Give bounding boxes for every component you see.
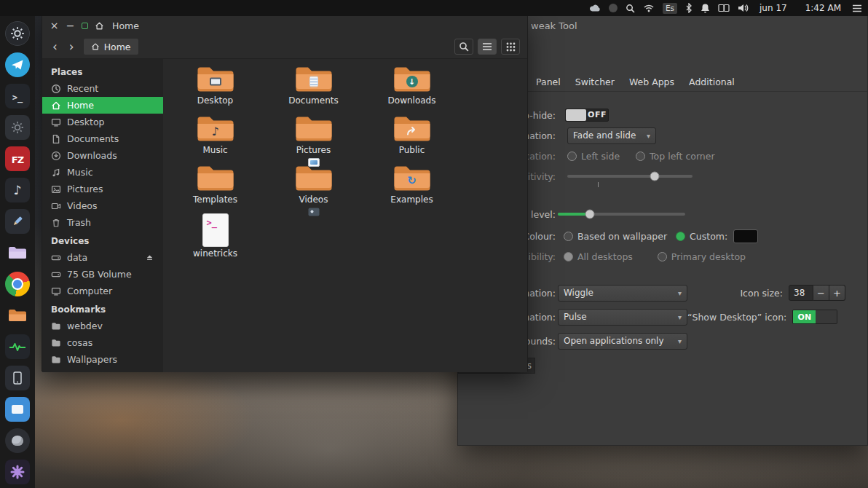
panel-time[interactable]: 1:42 AM — [805, 3, 841, 13]
sidebar-item-label: Recent — [67, 83, 98, 94]
wifi-icon[interactable] — [643, 4, 655, 12]
icon-size-value[interactable]: 38 — [789, 285, 813, 301]
weather-cloud-icon[interactable] — [589, 4, 601, 12]
folder-item-templates[interactable]: Templates — [166, 164, 264, 213]
sidebar-item-videos[interactable]: Videos — [42, 197, 163, 214]
level-slider[interactable] — [558, 209, 685, 219]
dock-item-extensions[interactable] — [5, 460, 30, 484]
file-item-winetricks[interactable]: winetricks — [166, 213, 264, 263]
sidebar-item-cosas[interactable]: cosas — [42, 334, 163, 351]
tray-app-icon[interactable] — [609, 4, 618, 12]
sensitivity-slider[interactable] — [567, 171, 693, 181]
sidebar-item-downloads[interactable]: Downloads — [42, 147, 163, 164]
dock-item-system-monitor[interactable] — [5, 334, 30, 359]
forward-button[interactable] — [66, 41, 77, 53]
sidebar-item-recent[interactable]: Recent — [42, 80, 163, 97]
folder-item-public[interactable]: Public — [363, 114, 461, 164]
dropdown-value: Fade and slide — [573, 130, 636, 141]
folder-item-videos[interactable]: Videos — [264, 164, 363, 213]
icon-size-increase-button[interactable]: + — [829, 285, 845, 301]
search-icon[interactable] — [626, 4, 635, 13]
eject-icon[interactable] — [145, 253, 154, 262]
folder-item-documents[interactable]: Documents — [264, 65, 363, 114]
sidebar-item-data[interactable]: data — [42, 249, 163, 266]
filezilla-icon — [12, 152, 23, 166]
fm-titlebar[interactable]: × − Home — [42, 16, 527, 35]
left-side-radio[interactable] — [567, 151, 577, 161]
folder-label: Music — [202, 145, 227, 155]
tab-web-apps[interactable]: Web Apps — [629, 76, 674, 87]
backgrounds-dropdown[interactable]: Open applications only — [558, 333, 687, 350]
purple-folder-icon — [8, 245, 27, 260]
tab-panel[interactable]: Panel — [536, 76, 561, 87]
folder-item-desktop[interactable]: Desktop — [166, 65, 264, 114]
sidebar-item-trash[interactable]: Trash — [42, 214, 163, 231]
all-desktops-radio[interactable] — [564, 252, 573, 261]
bluetooth-icon[interactable] — [685, 3, 693, 13]
back-button[interactable] — [50, 41, 60, 53]
tab-additional[interactable]: Additional — [689, 76, 735, 87]
hover-animation-dropdown[interactable]: Wiggle — [558, 285, 687, 302]
sidebar-item-computer[interactable]: Computer — [42, 283, 163, 299]
dock-item-text-editor[interactable] — [5, 209, 30, 234]
folder-icon — [197, 164, 234, 193]
minimize-button[interactable]: − — [66, 20, 75, 31]
maximize-button[interactable] — [82, 23, 88, 29]
based-on-wallpaper-radio[interactable] — [564, 232, 573, 241]
dock-item-documents[interactable] — [5, 240, 30, 265]
keyboard-layout-indicator[interactable]: Es — [663, 3, 677, 14]
sidebar-item-home[interactable]: Home — [42, 97, 163, 114]
slider-handle[interactable] — [650, 172, 660, 181]
breadcrumb[interactable]: Home — [83, 38, 139, 55]
dock-item-settings[interactable] — [5, 21, 30, 46]
slider-handle[interactable] — [585, 210, 595, 219]
sidebar-item-music[interactable]: Music — [42, 164, 163, 181]
sidebar-item-documents[interactable]: Documents — [42, 130, 163, 147]
dock-item-telegram[interactable] — [5, 52, 30, 77]
icon-size-decrease-button[interactable]: − — [813, 285, 829, 301]
sidebar-item-75gb-volume[interactable]: 75 GB Volume — [42, 266, 163, 283]
battery-device-icon[interactable] — [718, 4, 730, 12]
colour-swatch-button[interactable] — [733, 229, 758, 243]
bell-icon[interactable] — [701, 3, 710, 13]
dock-item-tweaks[interactable] — [5, 115, 30, 140]
folder-label: Documents — [288, 95, 338, 106]
sidebar-item-wallpapers[interactable]: Wallpapers — [42, 351, 163, 368]
dock-item-music-player[interactable] — [5, 178, 30, 202]
dock-item-terminal[interactable] — [5, 84, 30, 109]
menu-icon[interactable] — [852, 4, 862, 12]
icon-size-spinner: 38 − + — [789, 285, 845, 301]
sidebar-item-pictures[interactable]: Pictures — [42, 181, 163, 197]
folder-item-downloads[interactable]: Downloads — [363, 65, 461, 114]
show-desktop-toggle[interactable]: ON — [792, 310, 837, 324]
sidebar-item-webdev[interactable]: webdev — [42, 318, 163, 334]
dock-item-chrome[interactable] — [5, 272, 30, 296]
sidebar-item-desktop[interactable]: Desktop — [42, 114, 163, 130]
slider-track[interactable] — [567, 175, 693, 178]
list-view-button[interactable] — [478, 39, 497, 55]
folder-item-music[interactable]: Music — [166, 114, 264, 164]
grid-view-button[interactable] — [501, 39, 520, 55]
folder-item-pictures[interactable]: Pictures — [264, 114, 363, 164]
icon-size-label: Icon size: — [740, 288, 783, 299]
autohide-switch[interactable]: OFF — [565, 109, 609, 122]
dock-item-filezilla[interactable] — [5, 146, 30, 171]
custom-colour-radio[interactable] — [676, 232, 685, 241]
panel-date[interactable]: jun 17 — [760, 3, 787, 13]
clock-icon — [51, 84, 61, 94]
tab-switcher[interactable]: Switcher — [575, 76, 615, 87]
folder-item-examples[interactable]: Examples — [363, 164, 461, 213]
folder-label: Videos — [299, 194, 328, 205]
close-button[interactable]: × — [50, 20, 59, 31]
top-left-corner-radio[interactable] — [636, 151, 645, 161]
dock-item-gimp[interactable] — [5, 428, 30, 453]
dock-item-screenshot-tool[interactable] — [5, 397, 30, 422]
volume-icon[interactable] — [738, 4, 749, 12]
dock-item-phone[interactable] — [5, 366, 30, 390]
launch-animation-dropdown[interactable]: Pulse — [558, 309, 687, 326]
hide-animation-dropdown[interactable]: Fade and slide — [567, 127, 656, 144]
primary-desktop-radio[interactable] — [658, 252, 667, 261]
folder-label: Templates — [193, 194, 237, 205]
dock-item-file-manager[interactable] — [5, 303, 30, 328]
search-button[interactable] — [454, 39, 473, 55]
